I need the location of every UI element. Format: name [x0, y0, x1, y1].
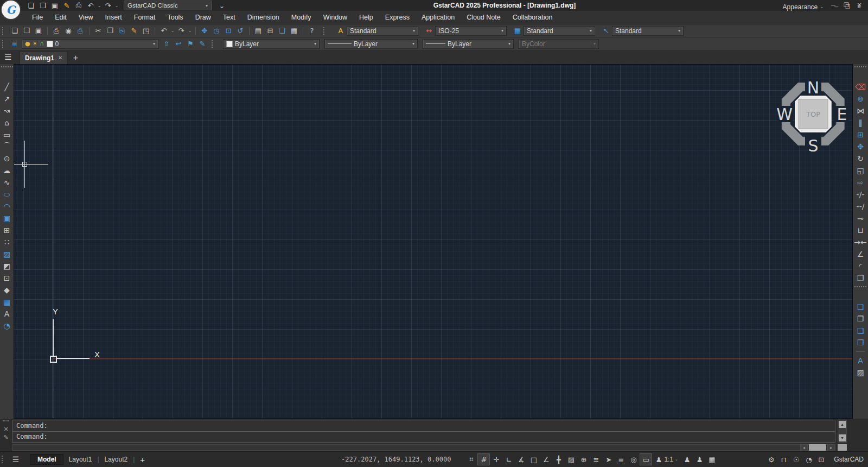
- interface-lock-icon[interactable]: ⊓: [777, 453, 790, 465]
- tab-drawing1[interactable]: Drawing1 ✕: [20, 51, 68, 64]
- layout1-tab[interactable]: Layout1: [63, 456, 98, 463]
- plot-icon[interactable]: ⎙: [74, 26, 86, 36]
- auto-annotation-icon[interactable]: ♟: [693, 453, 706, 465]
- save-as-icon[interactable]: ✎: [61, 0, 73, 11]
- toolbar-grip[interactable]: [323, 27, 327, 35]
- arc-icon[interactable]: ⌒: [1, 141, 13, 153]
- join-icon[interactable]: →←: [854, 236, 866, 248]
- show-lineweight-icon[interactable]: ≡: [590, 453, 602, 465]
- redo-dropdown-icon[interactable]: ⌄: [187, 26, 193, 36]
- redo-icon[interactable]: ↷: [175, 26, 187, 36]
- drawing-canvas[interactable]: Y X TOP N S W E: [14, 64, 853, 419]
- print-icon[interactable]: ⎙: [50, 26, 62, 36]
- selection-cycling-icon[interactable]: ➤: [602, 453, 615, 465]
- layer-states-icon[interactable]: ⚑: [184, 39, 196, 49]
- dynamic-input-icon[interactable]: ⊕: [577, 453, 590, 465]
- snap-mode-icon[interactable]: ⌗: [465, 453, 477, 465]
- menu-collaboration[interactable]: Collaboration: [507, 11, 559, 24]
- redo-dropdown-icon[interactable]: ⌄: [114, 0, 119, 11]
- scroll-up-icon[interactable]: ▴: [839, 421, 846, 428]
- annotation-visibility-icon[interactable]: ♟: [681, 453, 693, 465]
- grid-display-icon[interactable]: #: [477, 453, 490, 465]
- array-icon[interactable]: ⊞: [854, 129, 866, 141]
- compass-south[interactable]: S: [808, 136, 818, 155]
- erase-icon[interactable]: ⌫: [854, 81, 866, 93]
- command-input-line[interactable]: Command:: [12, 432, 835, 443]
- model-tab[interactable]: Model: [30, 454, 63, 465]
- polygon-icon[interactable]: ⌂: [1, 117, 13, 129]
- coordinates-readout[interactable]: -227.2027, 1649.1123, 0.0000: [341, 456, 451, 463]
- menu-tools[interactable]: Tools: [161, 11, 189, 24]
- menu-format[interactable]: Format: [128, 11, 162, 24]
- revision-cloud-icon[interactable]: ☁: [1, 165, 13, 176]
- annotation-scale[interactable]: ♟ 1:1 ⌄: [652, 453, 681, 465]
- fillet-icon[interactable]: ◜: [854, 260, 866, 272]
- menu-draw[interactable]: Draw: [189, 11, 217, 24]
- horizontal-scrollbar-thumb[interactable]: [809, 444, 826, 451]
- scroll-down-icon[interactable]: ▾: [839, 434, 846, 441]
- cut-icon[interactable]: ✂: [92, 26, 104, 36]
- toolbar-grip[interactable]: [854, 286, 866, 299]
- redo-icon[interactable]: ↷: [102, 0, 114, 11]
- toolbar-grip[interactable]: [854, 66, 866, 79]
- menu-application[interactable]: Application: [416, 11, 461, 24]
- compass-east[interactable]: E: [837, 105, 847, 124]
- save-icon[interactable]: ▣: [49, 0, 61, 11]
- scroll-right-icon[interactable]: ▸: [827, 444, 835, 451]
- workspace-switch-icon[interactable]: ▭: [640, 453, 652, 465]
- extend-icon[interactable]: --/: [854, 200, 866, 212]
- command-grip[interactable]: [3, 420, 9, 424]
- tab-close-icon[interactable]: ✕: [58, 55, 62, 61]
- break-icon[interactable]: ⊔: [854, 224, 866, 236]
- mdi-restore-button[interactable]: ❐: [842, 3, 853, 11]
- scroll-left-icon[interactable]: ◂: [800, 444, 808, 451]
- style-value-dropdown[interactable]: ISO-25 ▾: [435, 26, 507, 36]
- undo-icon[interactable]: ↶: [158, 26, 170, 36]
- new-layout-button[interactable]: +: [135, 455, 150, 464]
- menu-edit[interactable]: Edit: [49, 11, 73, 24]
- table-style-combo[interactable]: ▦ Standard ▾: [512, 26, 595, 36]
- dimension-style-combo[interactable]: ↔ ISO-25 ▾: [423, 26, 507, 36]
- layer-previous-icon[interactable]: ↩: [173, 39, 184, 49]
- gstarcad-logo[interactable]: G: [2, 1, 20, 19]
- send-under-objects-icon[interactable]: ❒: [854, 337, 866, 349]
- make-object-layer-current-icon[interactable]: ⇧: [161, 39, 173, 49]
- region-icon[interactable]: ⊡: [1, 272, 13, 284]
- design-center-icon[interactable]: ⊟: [264, 26, 276, 36]
- point-icon[interactable]: ∷: [1, 236, 13, 248]
- toolbox-icon[interactable]: ❑: [276, 26, 288, 36]
- open-file-icon[interactable]: ❒: [37, 0, 49, 11]
- layer-on-icon[interactable]: ●: [25, 40, 30, 47]
- circle-icon[interactable]: ⊙: [1, 153, 13, 165]
- copy-object-icon[interactable]: ⊚: [854, 93, 866, 105]
- menu-modify[interactable]: Modify: [285, 11, 317, 24]
- open-file-icon[interactable]: ❒: [21, 26, 33, 36]
- compass-west[interactable]: W: [776, 105, 793, 124]
- zoom-previous-icon[interactable]: ↺: [234, 26, 246, 36]
- scale-icon[interactable]: ◱: [854, 165, 866, 176]
- edit-command-icon[interactable]: ✎: [3, 433, 8, 441]
- explode-icon[interactable]: ❒: [854, 272, 866, 284]
- layout2-tab[interactable]: Layout2: [99, 456, 133, 463]
- print-preview-icon[interactable]: ◉: [62, 26, 74, 36]
- command-scrollbar[interactable]: ▴ ▾: [838, 420, 847, 443]
- menu-help[interactable]: Help: [353, 11, 379, 24]
- zoom-window-icon[interactable]: ⊡: [222, 26, 234, 36]
- construction-line-icon[interactable]: ↗: [1, 93, 13, 105]
- save-icon[interactable]: ▣: [33, 26, 44, 36]
- full-screen-icon[interactable]: ⊡: [815, 453, 827, 465]
- menu-window[interactable]: Window: [317, 11, 353, 24]
- spline-icon[interactable]: ∿: [1, 176, 13, 188]
- hatch-icon[interactable]: ▨: [1, 248, 13, 260]
- toolbar-grip[interactable]: [2, 27, 6, 35]
- new-tab-button[interactable]: +: [68, 52, 83, 64]
- match-properties-icon[interactable]: ✎: [128, 26, 140, 36]
- performance-icon[interactable]: ◔: [802, 453, 815, 465]
- pan-icon[interactable]: ✥: [199, 26, 210, 36]
- bring-above-objects-icon[interactable]: ❑: [854, 325, 866, 337]
- change-to-current-layer-icon[interactable]: ✎: [196, 39, 208, 49]
- help-icon[interactable]: ?: [306, 26, 318, 36]
- layer-freeze-icon[interactable]: ☀: [33, 40, 38, 47]
- dynamic-ucs-icon[interactable]: ╋: [552, 453, 565, 465]
- entity-snap-icon[interactable]: ✛: [490, 453, 502, 465]
